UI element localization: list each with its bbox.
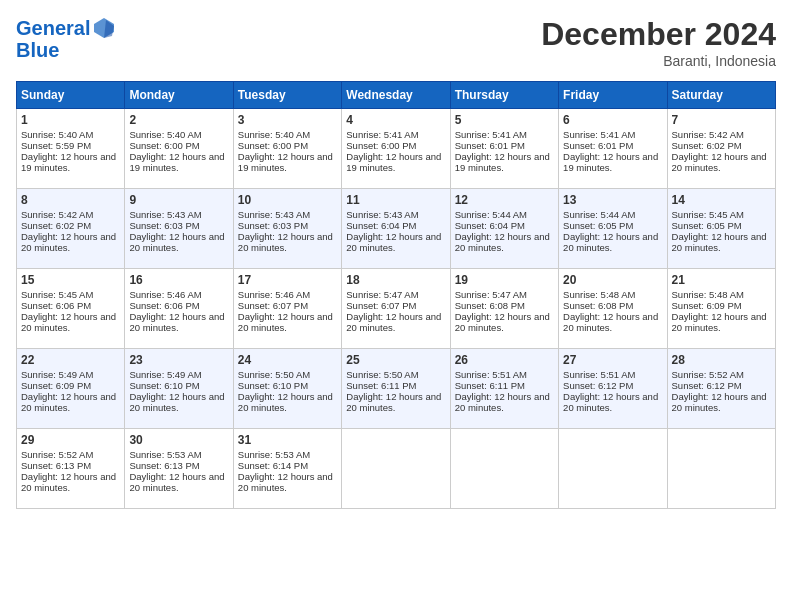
sunset: Sunset: 6:09 PM <box>672 300 742 311</box>
daylight-label: Daylight: 12 hours and 20 minutes. <box>455 231 550 253</box>
daylight-label: Daylight: 12 hours and 19 minutes. <box>563 151 658 173</box>
logo: General Blue <box>16 16 116 60</box>
day-number: 25 <box>346 353 445 367</box>
calendar-cell <box>667 429 775 509</box>
sunset: Sunset: 6:00 PM <box>238 140 308 151</box>
daylight-label: Daylight: 12 hours and 19 minutes. <box>21 151 116 173</box>
sunrise: Sunrise: 5:45 AM <box>672 209 744 220</box>
day-number: 24 <box>238 353 337 367</box>
day-number: 11 <box>346 193 445 207</box>
daylight-label: Daylight: 12 hours and 20 minutes. <box>129 311 224 333</box>
sunset: Sunset: 6:10 PM <box>238 380 308 391</box>
weekday-header: Wednesday <box>342 82 450 109</box>
calendar-cell: 5Sunrise: 5:41 AMSunset: 6:01 PMDaylight… <box>450 109 558 189</box>
sunrise: Sunrise: 5:52 AM <box>21 449 93 460</box>
day-number: 1 <box>21 113 120 127</box>
calendar-cell: 9Sunrise: 5:43 AMSunset: 6:03 PMDaylight… <box>125 189 233 269</box>
sunrise: Sunrise: 5:44 AM <box>455 209 527 220</box>
calendar-cell: 12Sunrise: 5:44 AMSunset: 6:04 PMDayligh… <box>450 189 558 269</box>
calendar-cell: 8Sunrise: 5:42 AMSunset: 6:02 PMDaylight… <box>17 189 125 269</box>
calendar-row: 1Sunrise: 5:40 AMSunset: 5:59 PMDaylight… <box>17 109 776 189</box>
daylight-label: Daylight: 12 hours and 20 minutes. <box>672 151 767 173</box>
sunrise: Sunrise: 5:50 AM <box>238 369 310 380</box>
title-block: December 2024 Baranti, Indonesia <box>541 16 776 69</box>
calendar-cell: 16Sunrise: 5:46 AMSunset: 6:06 PMDayligh… <box>125 269 233 349</box>
sunset: Sunset: 6:04 PM <box>346 220 416 231</box>
weekday-header: Thursday <box>450 82 558 109</box>
sunrise: Sunrise: 5:46 AM <box>238 289 310 300</box>
daylight-label: Daylight: 12 hours and 20 minutes. <box>455 391 550 413</box>
calendar-cell: 21Sunrise: 5:48 AMSunset: 6:09 PMDayligh… <box>667 269 775 349</box>
weekday-header: Friday <box>559 82 667 109</box>
daylight-label: Daylight: 12 hours and 20 minutes. <box>21 231 116 253</box>
calendar-cell <box>342 429 450 509</box>
sunset: Sunset: 6:08 PM <box>563 300 633 311</box>
sunrise: Sunrise: 5:47 AM <box>455 289 527 300</box>
day-number: 23 <box>129 353 228 367</box>
day-number: 31 <box>238 433 337 447</box>
day-number: 20 <box>563 273 662 287</box>
calendar-cell: 31Sunrise: 5:53 AMSunset: 6:14 PMDayligh… <box>233 429 341 509</box>
daylight-label: Daylight: 12 hours and 19 minutes. <box>238 151 333 173</box>
sunrise: Sunrise: 5:43 AM <box>129 209 201 220</box>
sunset: Sunset: 6:02 PM <box>672 140 742 151</box>
sunrise: Sunrise: 5:42 AM <box>672 129 744 140</box>
day-number: 2 <box>129 113 228 127</box>
calendar-cell: 13Sunrise: 5:44 AMSunset: 6:05 PMDayligh… <box>559 189 667 269</box>
sunset: Sunset: 6:05 PM <box>672 220 742 231</box>
sunrise: Sunrise: 5:49 AM <box>21 369 93 380</box>
calendar-cell: 4Sunrise: 5:41 AMSunset: 6:00 PMDaylight… <box>342 109 450 189</box>
day-number: 4 <box>346 113 445 127</box>
sunset: Sunset: 6:08 PM <box>455 300 525 311</box>
sunset: Sunset: 6:00 PM <box>346 140 416 151</box>
calendar-cell: 10Sunrise: 5:43 AMSunset: 6:03 PMDayligh… <box>233 189 341 269</box>
day-number: 29 <box>21 433 120 447</box>
day-number: 18 <box>346 273 445 287</box>
calendar-cell: 22Sunrise: 5:49 AMSunset: 6:09 PMDayligh… <box>17 349 125 429</box>
day-number: 8 <box>21 193 120 207</box>
sunset: Sunset: 6:07 PM <box>238 300 308 311</box>
daylight-label: Daylight: 12 hours and 20 minutes. <box>21 471 116 493</box>
sunset: Sunset: 6:00 PM <box>129 140 199 151</box>
day-number: 13 <box>563 193 662 207</box>
sunset: Sunset: 6:13 PM <box>129 460 199 471</box>
calendar-row: 15Sunrise: 5:45 AMSunset: 6:06 PMDayligh… <box>17 269 776 349</box>
calendar-cell: 6Sunrise: 5:41 AMSunset: 6:01 PMDaylight… <box>559 109 667 189</box>
calendar-cell: 14Sunrise: 5:45 AMSunset: 6:05 PMDayligh… <box>667 189 775 269</box>
daylight-label: Daylight: 12 hours and 19 minutes. <box>346 151 441 173</box>
sunset: Sunset: 6:11 PM <box>346 380 416 391</box>
calendar-cell <box>450 429 558 509</box>
day-number: 14 <box>672 193 771 207</box>
sunrise: Sunrise: 5:48 AM <box>672 289 744 300</box>
daylight-label: Daylight: 12 hours and 20 minutes. <box>346 391 441 413</box>
sunrise: Sunrise: 5:48 AM <box>563 289 635 300</box>
day-number: 15 <box>21 273 120 287</box>
weekday-header: Monday <box>125 82 233 109</box>
calendar-cell: 19Sunrise: 5:47 AMSunset: 6:08 PMDayligh… <box>450 269 558 349</box>
sunset: Sunset: 6:02 PM <box>21 220 91 231</box>
day-number: 7 <box>672 113 771 127</box>
sunrise: Sunrise: 5:46 AM <box>129 289 201 300</box>
sunset: Sunset: 6:01 PM <box>563 140 633 151</box>
sunrise: Sunrise: 5:51 AM <box>563 369 635 380</box>
calendar-cell: 1Sunrise: 5:40 AMSunset: 5:59 PMDaylight… <box>17 109 125 189</box>
calendar-cell: 7Sunrise: 5:42 AMSunset: 6:02 PMDaylight… <box>667 109 775 189</box>
page-header: General Blue December 2024 Baranti, Indo… <box>16 16 776 69</box>
calendar-cell: 23Sunrise: 5:49 AMSunset: 6:10 PMDayligh… <box>125 349 233 429</box>
day-number: 26 <box>455 353 554 367</box>
header-row: SundayMondayTuesdayWednesdayThursdayFrid… <box>17 82 776 109</box>
daylight-label: Daylight: 12 hours and 20 minutes. <box>563 311 658 333</box>
sunrise: Sunrise: 5:44 AM <box>563 209 635 220</box>
sunset: Sunset: 6:06 PM <box>129 300 199 311</box>
sunset: Sunset: 6:03 PM <box>129 220 199 231</box>
sunset: Sunset: 6:03 PM <box>238 220 308 231</box>
calendar-cell: 3Sunrise: 5:40 AMSunset: 6:00 PMDaylight… <box>233 109 341 189</box>
daylight-label: Daylight: 12 hours and 20 minutes. <box>21 391 116 413</box>
daylight-label: Daylight: 12 hours and 20 minutes. <box>129 391 224 413</box>
calendar-cell: 28Sunrise: 5:52 AMSunset: 6:12 PMDayligh… <box>667 349 775 429</box>
day-number: 12 <box>455 193 554 207</box>
weekday-header: Sunday <box>17 82 125 109</box>
daylight-label: Daylight: 12 hours and 20 minutes. <box>346 231 441 253</box>
daylight-label: Daylight: 12 hours and 20 minutes. <box>672 311 767 333</box>
sunset: Sunset: 6:11 PM <box>455 380 525 391</box>
